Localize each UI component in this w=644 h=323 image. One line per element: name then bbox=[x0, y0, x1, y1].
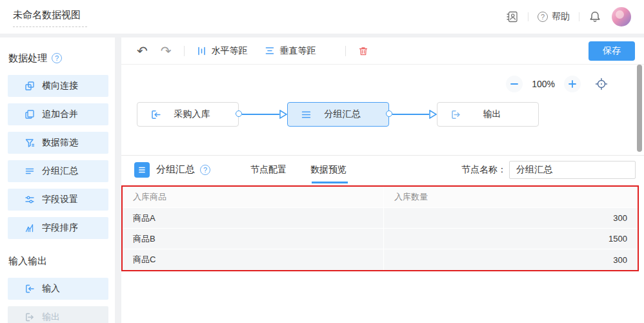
field-settings-icon bbox=[25, 194, 35, 205]
table-row: 商品A 300 bbox=[123, 208, 638, 229]
help-button[interactable]: ? 帮助 bbox=[538, 11, 570, 23]
edge-arrowhead-icon bbox=[279, 110, 287, 119]
node-output-port[interactable] bbox=[236, 110, 242, 117]
section-title: 数据处理 bbox=[8, 52, 47, 65]
group-summary-icon bbox=[25, 166, 35, 176]
node-output-port[interactable] bbox=[386, 110, 392, 117]
cell-product: 商品B bbox=[123, 229, 384, 249]
panel-help-icon[interactable]: ? bbox=[200, 165, 210, 175]
node-name-field: 节点名称： bbox=[461, 161, 636, 179]
panel-title: 分组汇总 bbox=[156, 163, 195, 176]
flow-canvas[interactable]: 100% 采购入库 bbox=[121, 65, 644, 155]
table-row: 商品C 300 bbox=[123, 249, 638, 270]
zoom-controls: 100% bbox=[506, 76, 608, 92]
field-sort-icon bbox=[25, 223, 35, 233]
node-label: 分组汇总 bbox=[312, 109, 388, 120]
active-tab-indicator bbox=[312, 182, 348, 183]
flow-edge bbox=[242, 114, 279, 115]
cell-quantity: 1500 bbox=[384, 229, 638, 249]
edge-arrowhead-icon bbox=[429, 110, 437, 119]
append-merge-icon bbox=[25, 109, 35, 120]
table-row: 商品B 1500 bbox=[123, 229, 638, 249]
horizontal-spacing-icon bbox=[197, 46, 206, 56]
help-icon: ? bbox=[538, 12, 548, 22]
notification-bell-icon[interactable] bbox=[589, 10, 601, 23]
sidebar-item-label: 输出 bbox=[42, 311, 60, 323]
horizontal-spacing-label: 水平等距 bbox=[212, 45, 248, 57]
zoom-level: 100% bbox=[532, 79, 555, 89]
vertical-spacing-icon bbox=[265, 46, 275, 56]
cell-quantity: 300 bbox=[384, 249, 638, 270]
locate-center-icon[interactable] bbox=[595, 78, 608, 90]
page-title[interactable]: 未命名数据视图 bbox=[13, 6, 87, 27]
vertical-scrollbar[interactable] bbox=[637, 65, 642, 152]
delete-node-icon[interactable] bbox=[358, 46, 368, 56]
sidebar: 数据处理 ? 横向连接 追加合并 数据筛选 分组汇 bbox=[0, 37, 115, 323]
sidebar-item-label: 数据筛选 bbox=[42, 137, 78, 149]
sidebar-item-label: 字段排序 bbox=[42, 222, 78, 234]
flow-node-output[interactable]: 输出 bbox=[437, 102, 539, 127]
node-output-icon bbox=[450, 109, 461, 120]
output-icon bbox=[25, 312, 35, 322]
horizontal-join-icon bbox=[25, 81, 35, 91]
flow-edge bbox=[392, 114, 429, 115]
flow-node-group-summary[interactable]: 分组汇总 bbox=[287, 102, 389, 127]
tab-data-preview[interactable]: 数据预览 bbox=[310, 164, 347, 176]
sidebar-item-label: 字段设置 bbox=[42, 194, 78, 205]
vertical-spacing-label: 垂直等距 bbox=[280, 45, 316, 57]
panel-tabs: 节点配置 数据预览 bbox=[250, 164, 347, 176]
section-title: 输入输出 bbox=[8, 255, 47, 267]
sidebar-item-label: 追加合并 bbox=[42, 109, 78, 120]
sidebar-item-input[interactable]: 输入 bbox=[8, 278, 108, 300]
sidebar-section-input-output: 输入输出 bbox=[8, 252, 115, 270]
sidebar-item-data-filter[interactable]: 数据筛选 bbox=[8, 132, 108, 154]
zoom-out-button[interactable] bbox=[506, 76, 523, 92]
node-name-label: 节点名称： bbox=[461, 164, 507, 176]
user-avatar[interactable] bbox=[612, 7, 631, 26]
zoom-in-button[interactable] bbox=[564, 76, 581, 92]
cell-quantity: 300 bbox=[384, 208, 638, 228]
sidebar-item-group-summary[interactable]: 分组汇总 bbox=[8, 160, 108, 182]
flow-node-purchase-inbound[interactable]: 采购入库 bbox=[137, 102, 239, 127]
node-group-summary-icon bbox=[301, 109, 312, 120]
vertical-spacing-button[interactable]: 垂直等距 bbox=[265, 45, 316, 57]
divider bbox=[184, 46, 185, 56]
main-panel: 水平等距 垂直等距 保存 100% bbox=[121, 37, 644, 323]
filter-icon bbox=[25, 138, 35, 148]
sidebar-section-data-processing: 数据处理 ? bbox=[8, 49, 115, 67]
header-actions: ? 帮助 bbox=[506, 7, 631, 26]
section-help-icon[interactable]: ? bbox=[52, 53, 62, 63]
node-name-input[interactable] bbox=[509, 161, 636, 179]
cell-product: 商品C bbox=[123, 249, 384, 270]
input-icon bbox=[25, 284, 35, 294]
node-label: 输出 bbox=[461, 109, 538, 120]
undo-icon[interactable] bbox=[137, 45, 148, 57]
column-header-product: 入库商品 bbox=[123, 187, 384, 207]
sidebar-item-horizontal-join[interactable]: 横向连接 bbox=[8, 75, 108, 97]
sidebar-item-label: 分组汇总 bbox=[42, 165, 78, 177]
cell-product: 商品A bbox=[123, 208, 384, 228]
column-header-quantity: 入库数量 bbox=[384, 187, 638, 207]
help-label: 帮助 bbox=[552, 11, 570, 23]
canvas-toolbar: 水平等距 垂直等距 保存 bbox=[121, 37, 644, 65]
sidebar-item-label: 输入 bbox=[42, 283, 60, 295]
divider bbox=[528, 12, 528, 21]
node-input-icon bbox=[150, 109, 161, 120]
top-header: 未命名数据视图 ? 帮助 bbox=[0, 0, 644, 34]
group-summary-badge-icon bbox=[134, 162, 150, 178]
redo-icon[interactable] bbox=[161, 45, 172, 57]
data-preview-table: 入库商品 入库数量 商品A 300 商品B 1500 商品C 300 bbox=[121, 185, 639, 271]
sidebar-item-label: 横向连接 bbox=[42, 80, 78, 92]
sidebar-item-field-sort[interactable]: 字段排序 bbox=[8, 217, 108, 239]
table-header-row: 入库商品 入库数量 bbox=[123, 187, 638, 208]
horizontal-spacing-button[interactable]: 水平等距 bbox=[197, 45, 248, 57]
sidebar-item-output: 输出 bbox=[8, 306, 108, 323]
tab-node-config[interactable]: 节点配置 bbox=[250, 164, 287, 176]
node-panel-header: 分组汇总 ? 节点配置 数据预览 节点名称： bbox=[121, 155, 644, 183]
save-button[interactable]: 保存 bbox=[589, 41, 635, 61]
divider bbox=[579, 12, 579, 21]
sidebar-item-field-settings[interactable]: 字段设置 bbox=[8, 189, 108, 211]
contacts-icon[interactable] bbox=[506, 10, 519, 23]
node-label: 采购入库 bbox=[161, 109, 238, 120]
sidebar-item-append-merge[interactable]: 追加合并 bbox=[8, 103, 108, 125]
